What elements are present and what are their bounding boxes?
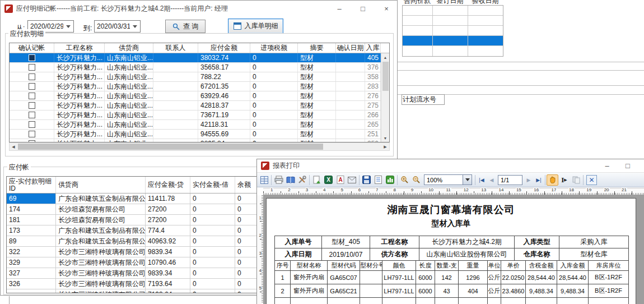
- tools-icon[interactable]: [296, 174, 308, 186]
- cell: 376: [365, 63, 381, 72]
- first-page-icon[interactable]: |◀: [477, 175, 487, 185]
- ruler-number: 6: [358, 187, 361, 192]
- table-body: 长沙万科魅力...山东南山铝业...38032.740型材405长沙万科魅力..…: [10, 53, 389, 142]
- scroll-right-icon[interactable]: ▶: [381, 143, 389, 150]
- grid-icon[interactable]: [258, 174, 270, 186]
- next-page-icon[interactable]: ▶: [524, 175, 534, 185]
- export-icon[interactable]: [311, 174, 323, 186]
- table-row[interactable]: 长沙万科魅力...山东南山铝业...35658.170型材376: [10, 63, 389, 72]
- hand-tool-icon[interactable]: [547, 174, 558, 186]
- minimize-button[interactable]: –: [330, 1, 349, 16]
- confirm-checkbox[interactable]: [29, 112, 35, 118]
- cell: 788.22: [198, 72, 250, 81]
- cell: 广东合和建筑五金制品有限公司: [56, 225, 146, 236]
- confirm-checkbox[interactable]: [29, 73, 35, 80]
- maximize-button[interactable]: □: [353, 1, 372, 16]
- copy-icon[interactable]: [570, 174, 582, 186]
- table-row[interactable]: 长沙万科魅力...山东南山铝业...42818.370型材275: [10, 101, 389, 110]
- scroll-left-icon[interactable]: ◀: [10, 143, 17, 150]
- report-page: 湖南亘晟门窗幕墙有限公司 型材入库单 入库单号 型材_405 工程名称 长沙万科…: [266, 198, 636, 304]
- page-indicator-input[interactable]: 1/1: [498, 175, 522, 185]
- close-button[interactable]: ×: [639, 159, 644, 172]
- table-row[interactable]: 长沙万科魅力...山东南山铝业...67201.350型材283: [10, 82, 389, 91]
- save-icon[interactable]: [361, 174, 372, 186]
- table-row[interactable]: 长沙万科魅力...山东南山铝业...42118.310型材265: [10, 120, 389, 130]
- excel-icon[interactable]: X: [323, 174, 334, 186]
- cell: 6000: [416, 271, 435, 284]
- cell: 型材: [298, 63, 336, 72]
- zoom-out-icon[interactable]: [410, 174, 422, 186]
- to-date-value: 2020/03/31: [97, 22, 130, 30]
- last-page-icon[interactable]: ▶|: [534, 175, 544, 185]
- ruler-number: 4: [259, 268, 262, 273]
- titlebar[interactable]: 应付明细记帐------当前工程: 长沙万科魅力之城4.2期------当前用户…: [1, 1, 397, 16]
- report-preview-area: 12345 湖南亘晟门窗幕墙有限公司 型材入库单 入库单号 型材_405 工程名…: [257, 195, 644, 304]
- query-button[interactable]: 查 询: [165, 20, 206, 33]
- mail-icon[interactable]: [346, 174, 358, 186]
- scroll-down-icon[interactable]: ▼: [381, 134, 389, 142]
- ruler-number: 10: [428, 187, 434, 192]
- close-preview-icon[interactable]: ✕: [586, 175, 597, 185]
- table-row[interactable]: 长沙万科魅力...山东南山铝业...63929.460型材276: [10, 91, 389, 101]
- svg-text:X: X: [326, 177, 330, 183]
- table-row[interactable]: 长沙万科魅力...山东南山铝业...94555.690型材251: [10, 130, 389, 139]
- divider: [398, 85, 644, 86]
- text-select-icon[interactable]: I▶: [558, 174, 570, 186]
- chevron-down-icon[interactable]: [130, 21, 139, 31]
- scroll-up-icon[interactable]: ▲: [381, 53, 389, 61]
- vertical-ruler: 12345: [257, 195, 264, 304]
- book-icon[interactable]: [284, 174, 296, 186]
- cell: 27200: [146, 215, 190, 225]
- chevron-down-icon[interactable]: [463, 175, 472, 185]
- horizontal-scrollbar[interactable]: ◀ ▶: [9, 142, 390, 151]
- pdf-icon[interactable]: A: [334, 174, 346, 186]
- cell: 266: [365, 110, 381, 119]
- chart-icon[interactable]: [384, 174, 396, 186]
- cell: 329: [7, 257, 56, 268]
- maximize-button[interactable]: □: [618, 159, 637, 172]
- table-row[interactable]: 长沙万科魅力...山东南山铝业...788.220型材358: [10, 72, 389, 82]
- cell: [153, 130, 198, 139]
- cell: 0: [250, 101, 298, 110]
- cell: 22.0250: [501, 271, 526, 284]
- zoom-level-select[interactable]: 100%: [424, 174, 472, 185]
- scrollbar-thumb[interactable]: [382, 62, 389, 91]
- titlebar[interactable]: 报表打印 – □ ×: [257, 159, 644, 173]
- cell: 9,488.34: [557, 284, 589, 298]
- checkbox-cell: [10, 120, 54, 129]
- zoom-in-icon[interactable]: [399, 174, 410, 186]
- scrollbar-thumb[interactable]: [18, 144, 323, 150]
- cell: 窗外开内扇: [291, 271, 328, 284]
- confirm-checkbox[interactable]: [29, 102, 35, 109]
- confirm-checkbox[interactable]: [29, 131, 35, 137]
- cell: 长沙万科魅力...: [54, 91, 105, 100]
- confirm-checkbox[interactable]: [29, 64, 35, 71]
- cell: 11411.78: [146, 194, 190, 204]
- cell: [403, 46, 433, 56]
- printer-icon[interactable]: [273, 174, 284, 186]
- confirm-checkbox[interactable]: [29, 121, 35, 128]
- cell: 63929.46: [198, 91, 250, 100]
- confirm-checkbox[interactable]: [29, 93, 35, 99]
- cell: 0: [190, 225, 235, 236]
- confirm-checkbox[interactable]: [29, 83, 35, 90]
- vertical-scrollbar[interactable]: ▲ ▼: [381, 53, 389, 142]
- inbound-detail-button[interactable]: 入库单明细: [228, 19, 283, 34]
- cell: [153, 53, 198, 62]
- column-header: 应付金额: [198, 43, 250, 53]
- table-row[interactable]: 长沙万科魅力...山东南山铝业...73671.190型材266: [10, 110, 389, 120]
- warehouse-label: 仓库名称: [515, 248, 559, 261]
- chevron-down-icon[interactable]: [63, 21, 73, 31]
- cell: [336, 101, 365, 110]
- close-button[interactable]: ×: [377, 1, 396, 16]
- cell: GA65C21: [328, 284, 360, 298]
- to-date-select[interactable]: 2020/03/31: [94, 20, 141, 33]
- cell: 型材: [298, 110, 336, 119]
- table-row[interactable]: 长沙万科魅力...山东南山铝业...38032.740型材405: [10, 53, 389, 63]
- confirm-checkbox[interactable]: [29, 54, 35, 61]
- cell: 0: [250, 110, 298, 119]
- prev-page-icon[interactable]: ◀: [487, 175, 497, 185]
- cell: [336, 63, 365, 72]
- document-icon[interactable]: [372, 174, 384, 186]
- minimize-button[interactable]: –: [598, 159, 617, 172]
